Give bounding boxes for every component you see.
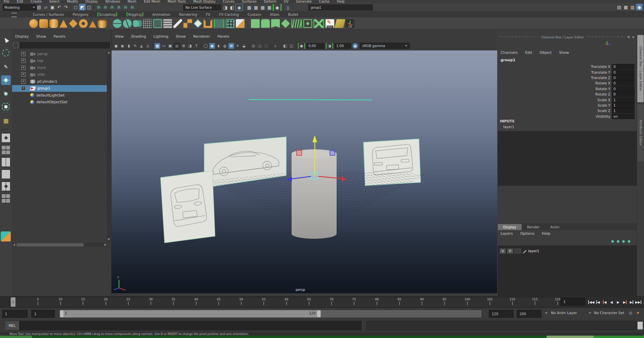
range-start-handle[interactable] (60, 310, 63, 317)
playback-end-field[interactable]: 120 (489, 310, 514, 318)
extrude-icon[interactable] (183, 19, 192, 28)
scroll-down-icon[interactable] (108, 238, 110, 240)
curve-warp-icon[interactable] (291, 19, 302, 28)
anim-layer-dropdown[interactable]: No Anim Layer (551, 311, 577, 315)
separator[interactable] (293, 4, 293, 10)
separator[interactable] (110, 19, 110, 28)
plugin-shading-icon[interactable]: ◧ (282, 43, 288, 49)
snap-point-icon[interactable]: ⋒ (109, 4, 116, 10)
attribute-label[interactable]: Translate Y (591, 70, 610, 74)
open-scene-icon[interactable]: ▱ (42, 4, 49, 10)
attribute-label[interactable]: Translate Z (591, 76, 610, 80)
outliner-item-defaultlightset[interactable]: defaultLightSet (12, 92, 107, 99)
green-bridge-icon[interactable] (271, 19, 280, 28)
chevron-down-icon[interactable] (545, 312, 548, 314)
view-transform-icon[interactable]: ◉ (352, 43, 358, 49)
attribute-label[interactable]: Visibility (596, 114, 610, 118)
grease-pencil-icon[interactable]: ▦ (155, 43, 160, 49)
cross-section-icon[interactable] (313, 19, 324, 28)
menubar-item[interactable]: UV (280, 0, 292, 3)
film-gate-icon[interactable]: ▭ (161, 43, 167, 49)
empty-layer-icon[interactable]: ◆ (622, 239, 625, 243)
attribute-label[interactable]: Rotate Z (595, 92, 610, 96)
viewport-menu-item[interactable]: Panels (217, 34, 233, 39)
shelf-tab[interactable]: XGen (265, 11, 284, 17)
animation-end-field[interactable]: 200 (517, 310, 542, 318)
tab-attribute-editor[interactable]: Attribute Editor (637, 104, 644, 161)
layout-pane-persp-button[interactable] (1, 170, 10, 179)
last-tool-button[interactable]: ▦ (1, 116, 11, 125)
shelf-tab[interactable]: FX Caching (215, 11, 243, 17)
viewport-menu-item[interactable]: Show (176, 34, 189, 39)
shelf-tab[interactable]: Curves / Surfaces (29, 11, 68, 17)
step-back-frame-button[interactable]: ◀ (595, 298, 601, 306)
channel-box-menu-item[interactable]: Edit (525, 50, 536, 55)
attribute-label[interactable]: Translate X (591, 65, 610, 69)
poly-pyramid-icon[interactable] (89, 21, 96, 28)
smooth-icon[interactable] (143, 19, 152, 28)
paused-viewport-icon[interactable]: ◉ (273, 4, 282, 11)
menubar-item[interactable]: Mesh Tools (164, 0, 189, 3)
outliner-item-front[interactable]: front (12, 64, 107, 71)
select-object-icon[interactable]: ◻ (72, 4, 79, 10)
separator[interactable] (271, 43, 271, 48)
auto-keyframe-icon[interactable]: ⊙ (628, 310, 634, 316)
attribute-value-field[interactable]: 1 (612, 97, 635, 103)
menubar-item[interactable]: File (0, 0, 13, 3)
layer-editor-menu-item[interactable]: Options (520, 231, 538, 236)
quad-draw-icon[interactable] (214, 19, 224, 28)
input-connections-icon[interactable]: ◨ (222, 4, 229, 11)
separator[interactable] (280, 43, 281, 48)
shelf-tab[interactable]: FX (202, 11, 215, 17)
layer-playback-toggle[interactable]: P (507, 248, 513, 254)
separator[interactable] (201, 43, 201, 48)
menubar-item[interactable]: Mesh (124, 0, 140, 3)
separate-icon[interactable] (123, 19, 132, 28)
target-weld-icon[interactable] (226, 19, 234, 28)
attribute-value-field[interactable]: 1 (612, 108, 635, 113)
menubar-item[interactable]: Modify (63, 0, 82, 3)
anti-alias-icon[interactable]: ◒ (241, 43, 247, 49)
current-frame-marker[interactable]: 1 (11, 297, 15, 307)
animation-preferences-icon[interactable]: ✦ (635, 310, 641, 316)
outliner-item-top[interactable]: top (12, 58, 107, 65)
outliner-item-persp[interactable]: persp (12, 50, 107, 58)
inputs-node-label[interactable]: layer1 (503, 125, 514, 129)
shelf-tab[interactable]: [Sculpting] (93, 11, 122, 17)
poly-torus-icon[interactable] (79, 19, 88, 28)
menubar-item[interactable]: Deform (260, 0, 280, 3)
render-settings-icon[interactable]: ▦ (266, 4, 273, 11)
viewport-3d-canvas[interactable]: y persp (112, 50, 497, 293)
shelf-menu-icon[interactable] (11, 13, 17, 17)
shelf-tab[interactable]: Custom (243, 11, 265, 17)
expand-icon[interactable] (21, 66, 26, 70)
range-slider-active-range[interactable]: 1 120 (60, 310, 321, 317)
paint-select-tool-button[interactable]: ✎ (1, 62, 11, 72)
gate-mask-icon[interactable]: ▩ (174, 43, 180, 49)
subdivide-icon[interactable] (153, 19, 162, 28)
layer-editor-menu-item[interactable]: Layers (501, 231, 516, 236)
output-connections-icon[interactable]: ◧ (229, 4, 235, 11)
playback-start-field[interactable]: 1 (31, 310, 55, 318)
separator[interactable] (220, 4, 221, 10)
layer-row[interactable]: V P layer1 (500, 248, 539, 254)
viewport-menu-item[interactable]: Shading (131, 34, 150, 39)
attribute-value-field[interactable]: 0 (612, 75, 635, 80)
bevel-icon[interactable] (204, 19, 212, 28)
scene-render-filter-icon[interactable]: ◫ (289, 43, 294, 49)
layer-editor-tab[interactable]: Render (522, 224, 545, 230)
go-to-start-button[interactable]: ◀◀ (588, 298, 595, 306)
green-cube-icon[interactable] (281, 19, 290, 28)
construction-plane-icon[interactable]: CP (346, 19, 354, 28)
scroll-up-icon[interactable] (108, 51, 110, 53)
select-camera-icon[interactable]: ◼ (113, 43, 119, 49)
bookmark-icon[interactable]: ✎ (132, 43, 138, 49)
command-language-button[interactable]: MEL (5, 321, 19, 330)
separator[interactable] (249, 43, 249, 48)
range-slider-track[interactable]: 1 120 (60, 310, 481, 317)
outliner-vertical-scrollbar[interactable] (107, 50, 111, 241)
viewport-menu-item[interactable]: Lighting (154, 34, 172, 39)
resolution-gate-icon[interactable]: ▣ (167, 43, 173, 49)
poly-plane-icon[interactable] (69, 19, 78, 28)
poly-cylinder-icon[interactable] (49, 19, 58, 28)
